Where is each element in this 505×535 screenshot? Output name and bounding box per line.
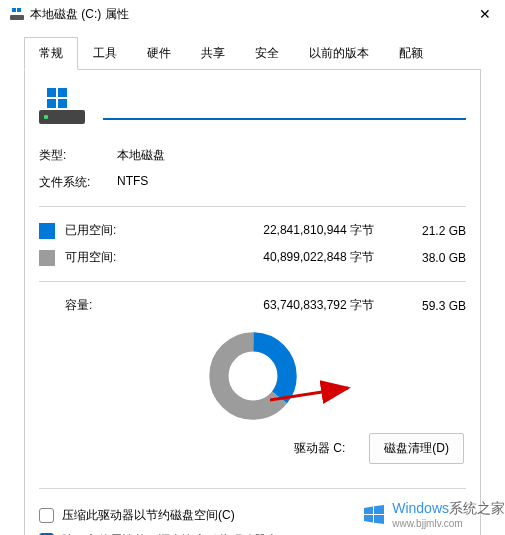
used-bytes: 22,841,810,944 字节: [131, 222, 396, 239]
tab-quota[interactable]: 配额: [384, 37, 438, 70]
capacity-gb: 59.3 GB: [396, 299, 466, 313]
used-space-row: 已用空间: 22,841,810,944 字节 21.2 GB: [39, 217, 466, 244]
svg-marker-12: [364, 506, 373, 514]
svg-rect-6: [58, 99, 67, 108]
watermark-url: www.bjjmlv.com: [392, 518, 505, 529]
filesystem-row: 文件系统: NTFS: [39, 169, 466, 196]
watermark: Windows系统之家 www.bjjmlv.com: [362, 500, 505, 529]
tab-general[interactable]: 常规: [24, 37, 78, 70]
drive-letter-label: 驱动器 C:: [294, 440, 345, 457]
capacity-bytes: 63,740,833,792 字节: [131, 297, 396, 314]
drive-icon: [39, 88, 85, 124]
svg-rect-3: [47, 88, 56, 97]
usage-chart: [39, 319, 466, 429]
tab-strip: 常规 工具 硬件 共享 安全 以前的版本 配额: [24, 36, 481, 70]
drive-label-row: 驱动器 C: 磁盘清理(D): [39, 429, 466, 470]
free-gb: 38.0 GB: [396, 251, 466, 265]
windows-logo-icon: [362, 503, 386, 527]
drive-header: [39, 88, 466, 124]
svg-point-9: [231, 355, 274, 398]
used-swatch: [39, 223, 55, 239]
free-swatch: [39, 250, 55, 266]
tab-security[interactable]: 安全: [240, 37, 294, 70]
watermark-suffix: 系统之家: [449, 500, 505, 516]
free-space-row: 可用空间: 40,899,022,848 字节 38.0 GB: [39, 244, 466, 271]
divider: [39, 488, 466, 489]
drive-name-input[interactable]: [103, 92, 466, 120]
capacity-label: 容量:: [39, 297, 131, 314]
disk-cleanup-button[interactable]: 磁盘清理(D): [369, 433, 464, 464]
compress-label: 压缩此驱动器以节约磁盘空间(C): [62, 507, 235, 524]
filesystem-value: NTFS: [117, 174, 466, 191]
tab-sharing[interactable]: 共享: [186, 37, 240, 70]
checkbox-icon: [39, 508, 54, 523]
tab-hardware[interactable]: 硬件: [132, 37, 186, 70]
free-label: 可用空间:: [65, 249, 131, 266]
titlebar: 本地磁盘 (C:) 属性 ✕: [0, 0, 505, 28]
svg-rect-1: [12, 8, 16, 12]
svg-marker-14: [364, 515, 373, 523]
index-checkbox-row[interactable]: ✓ 除了文件属性外，还允许索引此驱动器上: [39, 528, 466, 535]
type-value: 本地磁盘: [117, 147, 466, 164]
free-bytes: 40,899,022,848 字节: [131, 249, 396, 266]
divider: [39, 281, 466, 282]
svg-rect-2: [17, 8, 21, 12]
content: 常规 工具 硬件 共享 安全 以前的版本 配额 类型: 本地磁盘 文件系统: N…: [0, 28, 505, 535]
svg-rect-5: [47, 99, 56, 108]
tab-tools[interactable]: 工具: [78, 37, 132, 70]
close-button[interactable]: ✕: [475, 6, 495, 22]
divider: [39, 206, 466, 207]
tab-panel-general: 类型: 本地磁盘 文件系统: NTFS 已用空间: 22,841,810,944…: [24, 70, 481, 535]
type-row: 类型: 本地磁盘: [39, 142, 466, 169]
drive-icon-small: [10, 7, 24, 21]
filesystem-label: 文件系统:: [39, 174, 117, 191]
svg-marker-13: [374, 505, 384, 514]
svg-rect-0: [10, 15, 24, 20]
capacity-row: 容量: 63,740,833,792 字节 59.3 GB: [39, 292, 466, 319]
watermark-brand: Windows: [392, 500, 449, 516]
window-title: 本地磁盘 (C:) 属性: [30, 6, 475, 23]
tab-previous[interactable]: 以前的版本: [294, 37, 384, 70]
donut-chart: [208, 331, 298, 421]
used-gb: 21.2 GB: [396, 224, 466, 238]
svg-rect-4: [58, 88, 67, 97]
used-label: 已用空间:: [65, 222, 131, 239]
type-label: 类型:: [39, 147, 117, 164]
svg-marker-15: [374, 515, 384, 524]
